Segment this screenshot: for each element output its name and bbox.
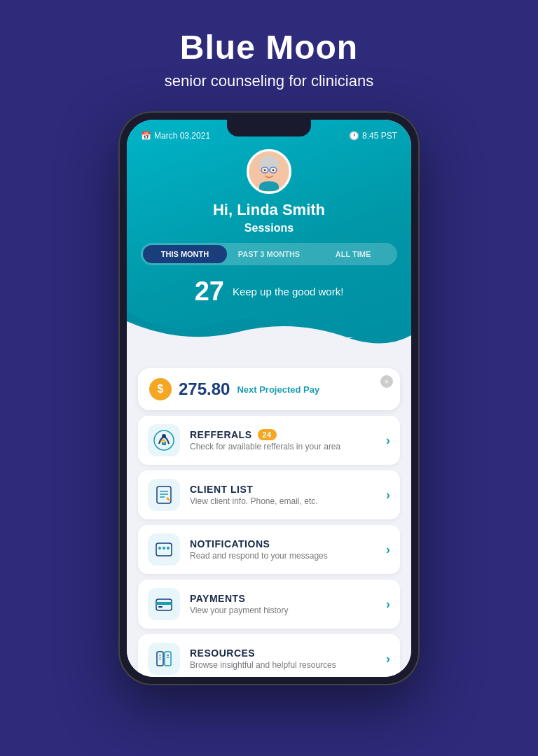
resources-title: RESOURCES — [190, 648, 376, 659]
status-time: 🕐 8:45 PST — [349, 131, 397, 141]
avatar-section: Hi, Linda Smith Sessions THIS MONTH PAST… — [141, 149, 397, 337]
svg-point-10 — [162, 434, 166, 438]
client-list-icon — [153, 484, 174, 505]
payments-chevron-icon: › — [386, 597, 390, 612]
payment-close-button[interactable]: × — [380, 375, 393, 388]
svg-rect-21 — [156, 602, 172, 605]
tab-this-month[interactable]: THIS MONTH — [143, 245, 227, 263]
referrals-badge: 24 — [258, 429, 277, 440]
payments-title: PAYMENTS — [190, 593, 376, 604]
svg-rect-22 — [158, 606, 163, 608]
page-header: Blue Moon senior counseling for clinicia… — [165, 28, 373, 90]
menu-item-notifications[interactable]: NOTIFICATIONS Read and respond to your m… — [138, 525, 400, 574]
app-title: Blue Moon — [165, 28, 373, 66]
clock-icon: 🕐 — [349, 131, 359, 141]
app-subtitle: senior counseling for clinicians — [165, 72, 373, 90]
svg-rect-24 — [165, 652, 171, 666]
client-list-desc: View client info. Phone, email, etc. — [190, 496, 376, 506]
notifications-title: NOTIFICATIONS — [190, 538, 376, 550]
payments-icon — [153, 594, 174, 615]
referrals-icon — [153, 430, 174, 451]
wave-divider — [127, 337, 411, 365]
client-list-chevron-icon: › — [386, 488, 390, 503]
phone-top-section: 📅 March 03,2021 🕐 8:45 PST — [127, 120, 411, 337]
referrals-title: REFFERALS 24 — [190, 429, 376, 440]
svg-point-19 — [167, 547, 170, 550]
svg-point-4 — [264, 169, 266, 172]
menu-item-referrals[interactable]: REFFERALS 24 Check for available reffera… — [138, 416, 400, 465]
payments-icon-wrap — [148, 588, 180, 620]
status-date: 📅 March 03,2021 — [141, 131, 210, 141]
avatar — [247, 149, 291, 194]
svg-point-18 — [163, 547, 165, 550]
referrals-desc: Check for available refferals in your ar… — [190, 442, 376, 451]
resources-text: RESOURCES Browse insightful and helpful … — [190, 648, 376, 670]
greeting-text: Hi, Linda Smith — [213, 201, 325, 219]
payment-card: $ 275.80 Next Projected Pay × — [138, 368, 400, 410]
sessions-tabs: THIS MONTH PAST 3 MONTHS ALL TIME — [141, 243, 397, 265]
client-list-text: CLIENT LIST View client info. Phone, ema… — [190, 484, 376, 506]
svg-rect-23 — [157, 652, 163, 666]
resources-icon-wrap — [148, 643, 180, 675]
notifications-chevron-icon: › — [386, 542, 390, 557]
referrals-icon-wrap — [148, 424, 180, 456]
payments-desc: View your payment history — [190, 606, 376, 615]
tab-past-3-months[interactable]: PAST 3 MONTHS — [227, 245, 311, 263]
menu-item-resources[interactable]: RESOURCES Browse insightful and helpful … — [138, 634, 400, 677]
calendar-icon: 📅 — [141, 131, 151, 141]
payment-amount: 275.80 — [179, 379, 230, 399]
payment-label: Next Projected Pay — [237, 384, 319, 395]
phone-notch — [227, 120, 311, 136]
client-list-title: CLIENT LIST — [190, 484, 376, 495]
notifications-desc: Read and respond to your messages — [190, 551, 376, 561]
payments-text: PAYMENTS View your payment history — [190, 593, 376, 615]
dollar-icon: $ — [149, 378, 172, 400]
sessions-label: Sessions — [244, 222, 294, 234]
resources-desc: Browse insightful and helpful resources — [190, 660, 376, 670]
notifications-icon-wrap — [148, 533, 180, 566]
phone-mockup: 📅 March 03,2021 🕐 8:45 PST — [118, 111, 420, 685]
menu-item-payments[interactable]: PAYMENTS View your payment history › — [138, 580, 400, 629]
svg-point-5 — [273, 169, 275, 172]
phone-bottom-section: $ 275.80 Next Projected Pay × — [127, 365, 411, 677]
client-list-icon-wrap — [148, 479, 180, 511]
referrals-text: REFFERALS 24 Check for available reffera… — [190, 429, 376, 451]
resources-icon — [153, 648, 174, 669]
sessions-number: 27 — [195, 276, 224, 307]
svg-point-17 — [158, 547, 161, 550]
sessions-message: Keep up the good work! — [233, 286, 343, 298]
phone-screen: 📅 March 03,2021 🕐 8:45 PST — [127, 120, 411, 677]
referrals-chevron-icon: › — [386, 433, 390, 448]
menu-item-client-list[interactable]: CLIENT LIST View client info. Phone, ema… — [138, 470, 400, 519]
notifications-text: NOTIFICATIONS Read and respond to your m… — [190, 538, 376, 561]
svg-rect-11 — [162, 442, 166, 445]
tab-all-time[interactable]: ALL TIME — [311, 245, 395, 263]
notifications-icon — [153, 539, 174, 560]
resources-chevron-icon: › — [386, 652, 390, 666]
